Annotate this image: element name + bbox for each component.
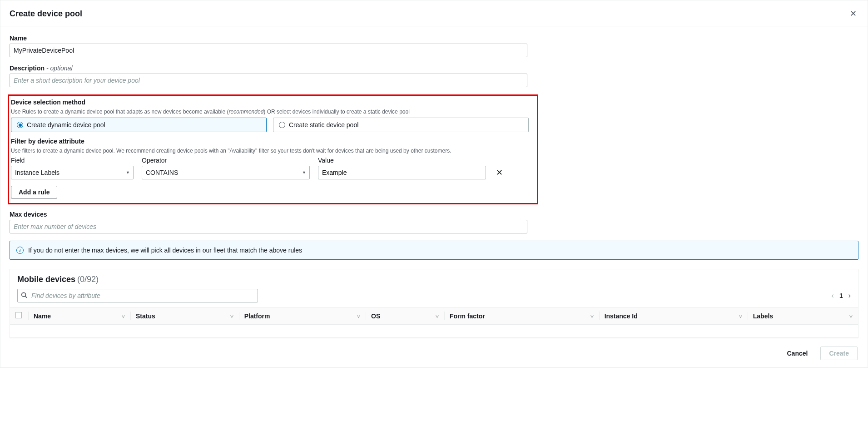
radio-static-pool[interactable]: Create static device pool	[273, 118, 529, 132]
device-selection-block: Device selection method Use Rules to cre…	[11, 99, 537, 132]
description-label: Description	[10, 64, 45, 72]
create-button[interactable]: Create	[820, 347, 858, 360]
operator-select[interactable]: CONTAINS ▼	[142, 166, 310, 179]
info-text: If you do not enter the max devices, we …	[28, 247, 302, 254]
caret-down-icon: ▼	[126, 170, 130, 175]
svg-point-0	[22, 292, 26, 297]
search-icon	[21, 292, 27, 300]
devices-title: Mobile devices	[17, 275, 75, 284]
pager-prev-icon[interactable]: ‹	[832, 292, 834, 300]
mobile-devices-panel: Mobile devices (0/92) ‹ 1 ›	[10, 269, 858, 338]
add-rule-button[interactable]: Add a rule	[11, 186, 57, 198]
filter-row: Field Instance Labels ▼ Operator CONTAIN…	[11, 157, 529, 179]
sort-icon: ▽	[739, 314, 742, 318]
highlighted-region: Device selection method Use Rules to cre…	[8, 94, 538, 204]
device-selection-title: Device selection method	[11, 99, 85, 106]
filter-block: Filter by device attribute Use filters t…	[11, 138, 537, 198]
name-field-block: Name	[10, 35, 858, 57]
devices-search-input[interactable]	[17, 289, 258, 302]
devices-header-row: Name▽ Status▽ Platform▽ OS▽ Form factor▽…	[10, 307, 858, 325]
sort-icon: ▽	[122, 314, 125, 318]
name-label: Name	[10, 35, 27, 42]
sort-icon: ▽	[357, 314, 360, 318]
close-icon[interactable]: ✕	[848, 8, 858, 20]
info-bar: i If you do not enter the max devices, w…	[10, 241, 858, 260]
devices-count: (0/92)	[77, 275, 99, 284]
radio-icon	[17, 122, 23, 128]
filter-hint: Use filters to create a dynamic device p…	[11, 148, 537, 154]
optional-tag: - optional	[45, 64, 72, 72]
sort-icon: ▽	[590, 314, 594, 318]
devices-header: Mobile devices (0/92)	[10, 269, 858, 289]
max-devices-label: Max devices	[10, 211, 47, 218]
devices-search-wrap	[17, 289, 258, 302]
caret-down-icon: ▼	[302, 170, 306, 175]
max-devices-input[interactable]	[10, 220, 527, 233]
select-all-header[interactable]	[10, 307, 28, 325]
radio-dynamic-pool[interactable]: Create dynamic device pool	[11, 118, 267, 132]
radio-dynamic-label: Create dynamic device pool	[27, 121, 105, 129]
checkbox-icon	[15, 312, 22, 318]
svg-line-1	[25, 296, 27, 298]
modal-title: Create device pool	[10, 9, 82, 19]
sort-icon: ▽	[436, 314, 439, 318]
col-instance-id[interactable]: Instance Id▽	[599, 307, 748, 325]
pager-current: 1	[839, 292, 843, 299]
radio-static-label: Create static device pool	[289, 121, 358, 129]
sort-icon: ▽	[849, 314, 853, 318]
sort-icon: ▽	[230, 314, 233, 318]
col-labels[interactable]: Labels▽	[748, 307, 858, 325]
field-value: Instance Labels	[15, 169, 60, 176]
hint-post: ) OR select devices individually to crea…	[263, 109, 410, 115]
radio-icon	[279, 122, 285, 128]
max-devices-block: Max devices	[10, 211, 858, 233]
col-os[interactable]: OS▽	[366, 307, 444, 325]
field-col: Field Instance Labels ▼	[11, 157, 134, 179]
devices-toolbar: ‹ 1 ›	[10, 289, 858, 307]
info-icon: i	[16, 247, 24, 254]
devices-table: Name▽ Status▽ Platform▽ OS▽ Form factor▽…	[10, 307, 858, 338]
radio-row: Create dynamic device pool Create static…	[11, 118, 529, 132]
hint-em: recommended	[229, 109, 264, 115]
value-input[interactable]	[318, 166, 486, 179]
remove-rule-icon[interactable]: ✕	[494, 168, 504, 179]
pager-next-icon[interactable]: ›	[848, 292, 851, 300]
modal-footer: Cancel Create	[0, 338, 868, 367]
modal-header: Create device pool ✕	[0, 0, 868, 26]
col-status[interactable]: Status▽	[130, 307, 239, 325]
col-name[interactable]: Name▽	[28, 307, 130, 325]
name-input[interactable]	[10, 44, 527, 57]
description-field-block: Description - optional	[10, 64, 858, 87]
value-label: Value	[318, 157, 486, 164]
create-device-pool-modal: Create device pool ✕ Name Description - …	[0, 0, 868, 368]
description-input[interactable]	[10, 74, 527, 87]
field-select[interactable]: Instance Labels ▼	[11, 166, 134, 179]
col-form-factor[interactable]: Form factor▽	[444, 307, 599, 325]
operator-label: Operator	[142, 157, 310, 164]
col-platform[interactable]: Platform▽	[239, 307, 366, 325]
field-label: Field	[11, 157, 134, 164]
hint-pre: Use Rules to create a dynamic device poo…	[11, 109, 229, 115]
operator-value: CONTAINS	[146, 169, 178, 176]
table-row	[10, 325, 858, 338]
cancel-button[interactable]: Cancel	[779, 347, 816, 360]
pager: ‹ 1 ›	[832, 292, 851, 300]
value-col: Value	[318, 157, 486, 179]
device-selection-hint: Use Rules to create a dynamic device poo…	[11, 109, 537, 115]
filter-title: Filter by device attribute	[11, 138, 84, 145]
operator-col: Operator CONTAINS ▼	[142, 157, 310, 179]
